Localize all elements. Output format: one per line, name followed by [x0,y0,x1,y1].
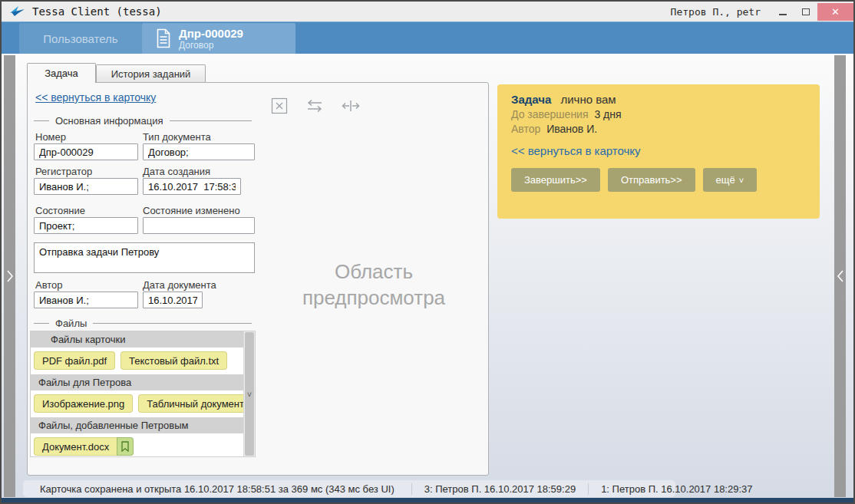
file-group-header: Файлы для Петрова [31,374,243,390]
field-number[interactable] [34,143,138,160]
file-item-label: Документ.docx [34,437,117,456]
field-registrar[interactable] [34,178,138,195]
window-title: Tessa Client (tessa) [32,5,162,18]
files-scrollbar[interactable]: ˅ [243,331,255,456]
field-label-doc-date: Дата документа [143,279,216,291]
section-files: Файлы [34,318,252,329]
maximize-icon [802,8,810,15]
section-files-label: Файлы [55,318,87,329]
close-preview-button[interactable] [269,96,289,116]
files-scrollbar-thumb[interactable]: ˅ [245,332,254,456]
tab-document-number: Дпр-000029 [179,27,243,40]
status-history-entry: 3: Петров П. 16.10.2017 18:59:29 [411,483,588,495]
back-to-card-link[interactable]: << вернуться в карточку [35,91,156,104]
deadline-label: До завершения [511,108,589,120]
minimize-button[interactable] [771,3,794,21]
tessa-logo-icon [9,5,26,18]
field-label-author: Автор [35,279,63,291]
status-message: Карточка сохранена и открыта 16.10.2017 … [23,483,411,495]
field-state[interactable] [34,217,138,234]
chevron-right-icon [6,269,14,283]
tab-document-type: Договор [179,40,243,51]
title-bar: Tessa Client (tessa) Петров П., petr ✕ [2,2,853,21]
close-button[interactable]: ✕ [817,3,853,21]
field-author[interactable] [34,292,138,308]
file-group-header: Файлы карточки [31,331,243,348]
field-subject[interactable]: Отправка задачи Петрову [34,242,255,273]
field-label-doc-type: Тип документа [143,131,211,143]
tab-document[interactable]: Дпр-000029 Договор [142,23,295,54]
split-view-icon [342,99,360,113]
window-bottom-accent [2,498,853,502]
bookmark-icon [121,441,129,452]
field-label-state-changed: Состояние изменено [143,205,240,216]
status-bar: Карточка сохранена и открыта 16.10.2017 … [23,480,675,497]
file-item[interactable]: Документ.docx [34,437,134,456]
chevron-down-icon: ˅ [739,176,744,185]
more-actions-button[interactable]: ещё ˅ [703,168,758,192]
tab-task-history[interactable]: История заданий [96,64,206,82]
close-icon: ✕ [831,6,840,18]
status-history-entry: 1: Петров П. 16.10.2017 18:29:37 [588,483,764,495]
field-label-registrar: Регистратор [35,166,92,177]
left-panel-expander[interactable] [4,55,15,497]
tab-user[interactable]: Пользователь [19,23,142,54]
field-label-created: Дата создания [143,166,210,177]
preview-placeholder: Область предпросмотра [286,259,462,311]
section-main-info: Основная информация [34,115,252,127]
field-doc-type[interactable] [143,143,255,160]
send-task-button[interactable]: Отправить>> [608,168,695,192]
file-item[interactable]: Табличный документ.xls [138,394,243,413]
file-item[interactable]: Изображение.png [34,394,133,413]
task-card-subtitle: лично вам [560,93,616,106]
tab-task-label: Задача [45,68,78,79]
app-window: Tessa Client (tessa) Петров П., petr ✕ П… [0,0,855,504]
field-label-number: Номер [35,131,66,143]
task-author-label: Автор [511,123,540,135]
tab-user-label: Пользователь [43,32,117,45]
task-card: Задача лично вам До завершения 3 дня Авт… [497,84,820,219]
section-main-info-label: Основная информация [55,115,163,127]
task-author-value: Иванов И. [546,123,597,135]
field-state-changed[interactable] [143,217,255,234]
bookmark-badge [117,437,134,456]
document-icon [156,28,171,48]
swap-arrows-icon [305,99,324,113]
files-list: Файлы карточки PDF файл.pdf Текстовый фа… [30,331,256,457]
more-actions-label: ещё [716,174,735,186]
file-item[interactable]: PDF файл.pdf [34,351,115,370]
task-back-to-card-link[interactable]: << вернуться в карточку [511,144,641,157]
scroll-chevron-icon: ˅ [247,390,252,399]
card-panel: << вернуться в карточку Основная информа… [27,82,489,476]
chevron-left-icon [837,269,844,283]
tab-task[interactable]: Задача [27,63,96,83]
file-group-header: Файлы, добавленные Петровым [31,417,243,433]
minimize-icon [779,14,787,15]
deadline-value: 3 дня [594,108,621,120]
close-preview-icon [271,97,288,114]
maximize-button[interactable] [794,3,817,21]
tab-task-history-label: История заданий [111,68,191,80]
field-label-state: Состояние [35,205,85,216]
main-tab-bar: Пользователь Дпр-000029 Договор [2,21,853,54]
swap-preview-button[interactable] [305,96,325,116]
current-user-label: Петров П., petr [671,6,761,18]
field-created[interactable] [143,178,241,195]
file-item[interactable]: Текстовый файл.txt [120,351,227,370]
split-preview-button[interactable] [341,96,361,116]
complete-task-button[interactable]: Завершить>> [511,168,600,192]
task-card-title: Задача [511,93,551,106]
field-doc-date[interactable] [143,292,203,308]
right-panel-expander[interactable] [834,55,846,497]
